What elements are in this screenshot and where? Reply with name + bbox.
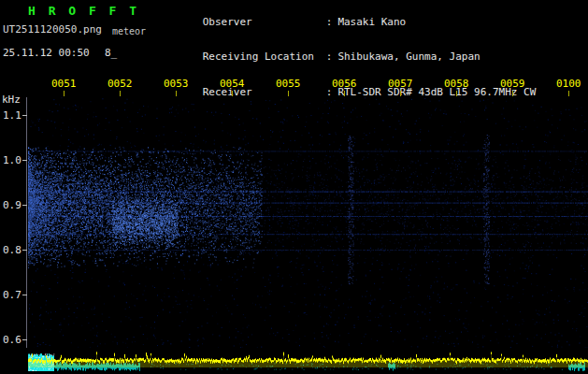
hrofft-screen: H R O F F T UT2511120050.png meteor 25.1… [0, 0, 588, 374]
freq-tick [22, 160, 27, 161]
time-tick [568, 91, 569, 96]
info-row-location: Receiving Location:Shibukawa, Gunma, Jap… [165, 40, 536, 76]
time-tick [400, 91, 401, 96]
spectrogram-canvas [28, 97, 588, 348]
info-label: Receiving Location [203, 51, 326, 64]
freq-tick [22, 205, 27, 206]
info-value: Shibukawa, Gunma, Japan [337, 50, 480, 63]
time-tick [288, 91, 289, 96]
time-tick [64, 91, 65, 96]
time-label: 0100 [556, 78, 581, 90]
time-tick [344, 91, 345, 96]
time-label: 0055 [276, 78, 301, 90]
info-row-observer: Observer:Masaki Kano [165, 5, 536, 40]
mode-label: meteor [112, 26, 146, 36]
time-label: 0054 [220, 78, 245, 90]
freq-axis-line [26, 97, 27, 348]
time-label: 0052 [108, 78, 133, 90]
time-tick [512, 91, 513, 96]
freq-label: 1.0 [3, 154, 22, 166]
time-label: 0057 [388, 78, 413, 90]
time-label: 0058 [444, 78, 469, 90]
time-tick [176, 91, 177, 96]
time-label: 0056 [332, 78, 357, 90]
freq-label: 0.9 [3, 199, 22, 211]
freq-unit-label: kHz [2, 94, 21, 106]
time-label: 0059 [500, 78, 525, 90]
time-label: 0051 [51, 78, 77, 90]
freq-tick [22, 339, 27, 340]
info-colon: : [326, 51, 333, 64]
info-label: Observer [203, 17, 326, 29]
app-title: H R O F F T [28, 4, 139, 18]
time-tick [232, 91, 233, 96]
time-tick [456, 91, 457, 96]
time-label: 0053 [164, 78, 189, 90]
freq-tick [22, 295, 27, 295]
freq-label: 0.7 [3, 289, 22, 301]
filename-label: UT2511120050.png [3, 23, 102, 36]
freq-label: 0.8 [3, 244, 22, 256]
datetime-label: 25.11.12 00:50 [3, 47, 90, 59]
freq-label: 0.6 [3, 334, 22, 346]
freq-tick [22, 115, 27, 116]
counter-label: 8_ [105, 47, 117, 59]
info-value: Masaki Kano [337, 16, 406, 28]
signal-strength-strip [28, 349, 588, 374]
info-colon: : [326, 17, 333, 29]
time-tick [120, 91, 121, 96]
freq-label: 1.1 [3, 109, 22, 122]
freq-tick [22, 250, 27, 251]
